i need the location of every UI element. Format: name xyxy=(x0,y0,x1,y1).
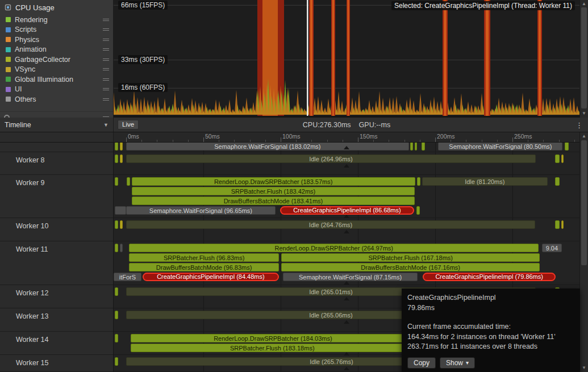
thread-label-worker-8[interactable]: Worker 8 xyxy=(0,152,113,175)
copy-button[interactable]: Copy xyxy=(407,357,436,369)
timeline-span[interactable] xyxy=(555,154,560,163)
timeline-span[interactable]: Semaphore.WaitForSignal (183.02ms) xyxy=(126,143,409,151)
timeline-span[interactable]: Semaphore.WaitForSignal (87.15ms) xyxy=(283,273,418,281)
thread-label-worker-11[interactable]: Worker 11 xyxy=(0,241,113,285)
chart-scrollbar[interactable]: ▲ ▼ xyxy=(579,0,588,118)
timeline-span[interactable]: Idle (81.20ms) xyxy=(422,177,548,186)
timeline-span[interactable] xyxy=(410,143,413,151)
context-menu-icon[interactable]: ⋮ xyxy=(572,118,586,132)
timeline-span[interactable] xyxy=(120,220,123,229)
timeline-span[interactable] xyxy=(115,287,119,296)
timeline-span[interactable]: DrawBuffersBatchMode (167.16ms) xyxy=(281,263,540,271)
timeline-span[interactable]: SRPBatcher.Flush (183.42ms) xyxy=(132,187,415,195)
collapse-arrow-icon[interactable] xyxy=(344,164,349,168)
timeline-span[interactable] xyxy=(115,334,119,342)
drag-handle-icon[interactable] xyxy=(103,98,109,101)
time-ruler[interactable]: 0ms50ms100ms150ms200ms250ms xyxy=(114,132,579,143)
drag-handle-icon[interactable] xyxy=(103,68,109,70)
legend-item-global-illumination[interactable]: Global Illumination xyxy=(0,74,113,85)
timeline-span[interactable]: DrawBuffersBatchMode (96.83ms) xyxy=(129,263,278,271)
show-button[interactable]: Show ▾ xyxy=(440,357,475,369)
timeline-span[interactable] xyxy=(115,311,119,319)
collapse-arrow-icon[interactable] xyxy=(344,230,349,233)
thread-label-worker-9[interactable]: Worker 9 xyxy=(0,175,113,218)
legend-item-garbagecollector[interactable]: GarbageCollector xyxy=(0,55,113,65)
cpu-frametime-graph[interactable] xyxy=(114,0,579,118)
collapse-arrow-icon[interactable] xyxy=(344,367,349,370)
timeline-span[interactable]: Semaphore.WaitForSignal (80.50ms) xyxy=(438,143,562,151)
next-module-row-partial[interactable] xyxy=(0,111,113,118)
drag-handle-icon[interactable] xyxy=(103,39,109,41)
legend-item-animation[interactable]: Animation xyxy=(0,45,113,55)
timeline-span[interactable] xyxy=(115,154,119,163)
thread-label-worker-14[interactable]: Worker 14 xyxy=(0,332,113,355)
timeline-span[interactable]: SRPBatcher.Flush (167.18ms) xyxy=(281,253,540,262)
timeline-span[interactable] xyxy=(120,154,123,163)
scroll-down-arrow-icon[interactable]: ▼ xyxy=(580,111,588,116)
collapse-arrow-icon[interactable] xyxy=(344,281,349,285)
timeline-span[interactable] xyxy=(115,177,119,186)
timeline-span[interactable] xyxy=(561,154,564,163)
thread-label-worker-12[interactable]: Worker 12 xyxy=(0,285,113,308)
scroll-down-arrow-icon[interactable]: ▼ xyxy=(580,365,588,371)
timeline-span[interactable]: SRPBatcher.Flush (96.83ms) xyxy=(129,253,278,262)
legend-item-physics[interactable]: Physics xyxy=(0,35,113,45)
timeline-span[interactable]: itForS xyxy=(114,273,141,281)
timeline-span[interactable]: 9.04 xyxy=(542,244,562,252)
collapse-arrow-icon[interactable] xyxy=(344,352,349,356)
scroll-up-arrow-icon[interactable]: ▲ xyxy=(580,133,588,139)
timeline-span[interactable] xyxy=(415,143,417,151)
legend-item-others[interactable]: Others xyxy=(0,94,113,105)
timeline-span[interactable]: Idle (264.76ms) xyxy=(126,220,535,229)
timeline-span[interactable]: RenderLoop.DrawSRPBatcher (264.97ms) xyxy=(129,244,539,252)
thread-label-worker-13[interactable]: Worker 13 xyxy=(0,308,113,332)
drag-handle-icon[interactable] xyxy=(103,48,109,51)
drag-handle-icon[interactable] xyxy=(103,78,109,81)
legend-item-vsync[interactable]: VSync xyxy=(0,65,113,75)
legend-item-scripts[interactable]: Scripts xyxy=(0,25,113,35)
legend-item-ui[interactable]: UI xyxy=(0,85,113,95)
drag-handle-icon[interactable] xyxy=(103,58,109,61)
drag-handle-icon[interactable] xyxy=(103,19,109,21)
timeline-span[interactable] xyxy=(115,244,119,252)
timeline-span[interactable] xyxy=(555,177,560,186)
timeline-span[interactable]: Idle (264.96ms) xyxy=(126,154,536,163)
timeline-span[interactable]: RenderLoop.DrawSRPBatcher (184.03ms) xyxy=(131,334,415,342)
thread-label-worker-15[interactable]: Worker 15 xyxy=(0,355,113,372)
timeline-span[interactable] xyxy=(417,177,420,186)
collapse-arrow-icon[interactable] xyxy=(344,297,349,300)
timeline-span[interactable] xyxy=(115,143,119,151)
legend-item-rendering[interactable]: Rendering xyxy=(0,15,113,25)
timeline-span[interactable] xyxy=(115,357,119,366)
scrollbar-thumb[interactable] xyxy=(581,140,587,265)
timeline-span[interactable]: Semaphore.WaitForSignal (96.65ms) xyxy=(126,206,276,215)
timeline-scrollbar[interactable]: ▲ ▼ xyxy=(579,132,588,372)
timeline-span[interactable] xyxy=(416,206,419,215)
timeline-span[interactable]: SRPBatcher.Flush (183.18ms) xyxy=(131,344,414,352)
timeline-span[interactable] xyxy=(115,220,119,229)
cpu-usage-chart[interactable]: 66ms (15FPS) 33ms (30FPS) 16ms (60FPS) S… xyxy=(114,0,579,118)
view-mode-dropdown[interactable]: Timeline ▼ xyxy=(0,118,114,132)
thread-label-worker-10[interactable]: Worker 10 xyxy=(0,218,113,241)
collapse-arrow-icon[interactable] xyxy=(344,215,349,218)
timeline-span[interactable]: RenderLoop.DrawSRPBatcher (183.57ms) xyxy=(132,177,415,186)
timeline-span-selected[interactable]: CreateGraphicsPipelineImpl (86.68ms) xyxy=(280,206,415,215)
collapse-arrow-icon[interactable] xyxy=(344,146,349,149)
thread-label-hidden[interactable] xyxy=(0,143,113,152)
collapse-arrow-icon[interactable] xyxy=(344,320,349,324)
drag-handle-icon[interactable] xyxy=(103,88,109,90)
cpu-usage-header[interactable]: CPU Usage xyxy=(0,0,113,15)
drag-handle-icon[interactable] xyxy=(103,28,109,31)
live-toggle-button[interactable]: Live xyxy=(118,120,139,129)
scroll-up-arrow-icon[interactable]: ▲ xyxy=(580,1,588,7)
timeline-span[interactable] xyxy=(115,206,126,215)
timeline-span[interactable] xyxy=(120,244,123,252)
timeline-span-selected[interactable]: CreateGraphicsPipelineImpl (84.48ms) xyxy=(143,273,280,281)
timeline-span[interactable] xyxy=(561,220,564,229)
timeline-span[interactable] xyxy=(555,220,560,229)
timeline-span[interactable] xyxy=(565,143,569,151)
scrollbar-thumb[interactable] xyxy=(581,7,587,108)
timeline-span[interactable] xyxy=(422,143,426,151)
timeline-span[interactable] xyxy=(120,143,123,151)
timeline-span-selected[interactable]: CreateGraphicsPipelineImpl (79.86ms) xyxy=(423,273,556,281)
